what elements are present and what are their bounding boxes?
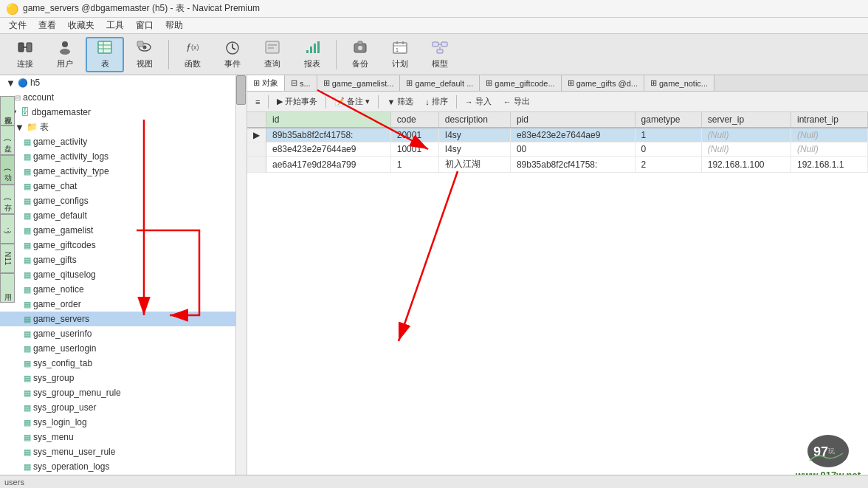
cell-gametype-2[interactable]: 0: [635, 142, 701, 157]
cell-code-3[interactable]: 1: [390, 157, 438, 173]
note-btn[interactable]: 📝 备注 ▾: [329, 94, 375, 110]
menu-file[interactable]: 文件: [3, 18, 32, 33]
tree-item-game_configs[interactable]: ▦ game_configs: [0, 193, 235, 208]
tree-item-sys_config_tab[interactable]: ▦ sys_config_tab: [0, 356, 235, 371]
tab-game-gamelist[interactable]: ⊞ game_gamelist...: [317, 75, 401, 92]
edge-label-1[interactable]: 视库: [0, 96, 15, 126]
toolbar-query-btn[interactable]: 查询: [253, 37, 292, 72]
tree-item-h5[interactable]: ▼ 🔵 h5: [0, 75, 235, 90]
toolbar-report-btn[interactable]: 报表: [293, 37, 331, 72]
edge-label-3[interactable]: 动(: [0, 155, 15, 185]
tab-s[interactable]: ⊟ s...: [285, 75, 317, 92]
tree-item-sys_group[interactable]: ▦ sys_group: [0, 371, 235, 385]
tree-item-sys_group_user[interactable]: ▦ sys_group_user: [0, 400, 235, 415]
cell-pid-3[interactable]: 89b35ab8f2cf41758:: [510, 157, 635, 173]
table-row[interactable]: ▶ 89b35ab8f2cf41758: 20001 I4sy e83e423e…: [247, 128, 868, 142]
toolbar-view-btn[interactable]: 视图: [125, 37, 164, 72]
menu-favorites[interactable]: 收藏夹: [62, 18, 100, 33]
data-table-container[interactable]: id code description pid gametype server_…: [247, 112, 868, 488]
cell-intranet_ip-1[interactable]: (Null): [790, 128, 867, 142]
edge-label-6[interactable]: N11: [0, 244, 15, 273]
tree-item-game_servers[interactable]: ▦ game_servers: [0, 312, 235, 326]
tree-item-game_default[interactable]: ▦ game_default: [0, 208, 235, 223]
cell-id-2[interactable]: e83e423e2e7644ae9: [266, 142, 391, 157]
cell-intranet_ip-2[interactable]: (Null): [790, 142, 867, 157]
tree-item-game_userinfo[interactable]: ▦ game_userinfo: [0, 326, 235, 341]
tree-item-game_notice[interactable]: ▦ game_notice: [0, 282, 235, 297]
tree-item-game_gifts[interactable]: ▦ game_gifts: [0, 252, 235, 267]
tree-item-game_qituselog[interactable]: ▦ game_qituselog: [0, 267, 235, 282]
cell-gametype-3[interactable]: 2: [635, 157, 701, 173]
cell-description-1[interactable]: I4sy: [438, 128, 510, 142]
edge-label-4[interactable]: 存(: [0, 185, 15, 214]
th-pid[interactable]: pid: [510, 112, 635, 128]
cell-pid-2[interactable]: 00: [510, 142, 635, 157]
th-code[interactable]: code: [390, 112, 438, 128]
table-row[interactable]: ae6a417e9d284a799 1 初入江湖 89b35ab8f2cf417…: [247, 157, 868, 173]
export-btn[interactable]: ← 导出: [498, 94, 535, 110]
menu-window[interactable]: 窗口: [130, 18, 159, 33]
tab-game-giftcode[interactable]: ⊞ game_giftcode...: [480, 75, 561, 92]
cell-description-3[interactable]: 初入江湖: [438, 157, 510, 173]
toolbar-event-btn[interactable]: 事件: [213, 37, 252, 72]
th-server_ip[interactable]: server_ip: [701, 112, 790, 128]
tree-scrollbar-thumb[interactable]: [236, 75, 246, 105]
tree-item-sys_operation_logs[interactable]: ▦ sys_operation_logs: [0, 459, 235, 474]
tree-item-sys_login_log[interactable]: ▦ sys_login_log: [0, 415, 235, 430]
toolbar-model-btn[interactable]: 模型: [421, 37, 459, 72]
tab-game-notice[interactable]: ⊞ game_notic...: [644, 75, 714, 92]
th-id[interactable]: id: [266, 112, 391, 128]
cell-pid-1[interactable]: e83e423e2e7644ae9: [510, 128, 635, 142]
toolbar-table-btn[interactable]: 表: [86, 37, 124, 72]
menu-tools[interactable]: 工具: [100, 18, 130, 33]
table-row[interactable]: e83e423e2e7644ae9 10001 I4sy 00 0 (Null)…: [247, 142, 868, 157]
tree-item-game_activity_type[interactable]: ▦ game_activity_type: [0, 164, 235, 179]
cell-gametype-1[interactable]: 1: [635, 128, 701, 142]
begin-tx-btn[interactable]: ▶ 开始事务: [272, 94, 323, 110]
tree-item-game_order[interactable]: ▦ game_order: [0, 297, 235, 312]
filter-btn[interactable]: ▼ 筛选: [382, 94, 418, 110]
tab-game-gifts[interactable]: ⊞ game_gifts @d...: [562, 75, 644, 92]
cell-server_ip-2[interactable]: (Null): [701, 142, 790, 157]
toolbar-backup-btn[interactable]: 备份: [341, 37, 379, 72]
tab-game-default[interactable]: ⊞ game_default ...: [400, 75, 480, 92]
th-intranet_ip[interactable]: intranet_ip: [790, 112, 867, 128]
edge-label-2[interactable]: 盘(: [0, 126, 15, 155]
tree-item-tables-folder[interactable]: ▼ 📁 表: [0, 120, 235, 134]
import-btn[interactable]: → 导入: [460, 94, 497, 110]
toolbar-schedule-btn[interactable]: 1 计划: [381, 37, 419, 72]
cell-id-3[interactable]: ae6a417e9d284a799: [266, 157, 391, 173]
menu-help[interactable]: 帮助: [159, 18, 189, 33]
menu-btn[interactable]: ≡: [250, 94, 265, 110]
tab-object[interactable]: ⊞ 对象: [247, 75, 285, 92]
edge-label-7[interactable]: 用: [0, 273, 15, 303]
sort-btn[interactable]: ↓ 排序: [420, 94, 453, 110]
menu-view[interactable]: 查看: [32, 18, 62, 33]
toolbar-function-btn[interactable]: f(x) 函数: [173, 37, 212, 72]
tree-item-game_activity_logs[interactable]: ▦ game_activity_logs: [0, 149, 235, 164]
cell-server_ip-3[interactable]: 192.168.1.100: [701, 157, 790, 173]
tree-item-game_chat[interactable]: ▦ game_chat: [0, 179, 235, 193]
tree-item-account[interactable]: ⊟ account: [0, 90, 235, 105]
tree-container[interactable]: ▼ 🔵 h5 ⊟ account ▼ 🗄 dbgamemaster: [0, 75, 235, 488]
tree-item-game_gamelist[interactable]: ▦ game_gamelist: [0, 223, 235, 238]
cell-server_ip-1[interactable]: (Null): [701, 128, 790, 142]
tree-item-game_userlogin[interactable]: ▦ game_userlogin: [0, 341, 235, 356]
tree-item-game_activity[interactable]: ▦ game_activity: [0, 134, 235, 149]
cell-description-2[interactable]: I4sy: [438, 142, 510, 157]
tree-item-sys_menu_user_rule[interactable]: ▦ sys_menu_user_rule: [0, 444, 235, 459]
toolbar-user-btn[interactable]: 用户: [46, 37, 84, 72]
cell-intranet_ip-3[interactable]: 192.168.1.1: [790, 157, 867, 173]
cell-code-1[interactable]: 20001: [390, 128, 438, 142]
tree-scrollbar[interactable]: [235, 75, 247, 488]
th-gametype[interactable]: gametype: [635, 112, 701, 128]
tree-item-sys_menu[interactable]: ▦ sys_menu: [0, 430, 235, 444]
toolbar-connect-btn[interactable]: 连接: [6, 37, 44, 72]
th-description[interactable]: description: [438, 112, 510, 128]
cell-id-1[interactable]: 89b35ab8f2cf41758:: [266, 128, 391, 142]
cell-code-2[interactable]: 10001: [390, 142, 438, 157]
tree-item-game_giftcodes[interactable]: ▦ game_giftcodes: [0, 238, 235, 252]
edge-label-5[interactable]: ：): [0, 214, 15, 244]
tree-item-dbgamemaster[interactable]: ▼ 🗄 dbgamemaster: [0, 105, 235, 120]
tree-item-sys_group_menu_rule[interactable]: ▦ sys_group_menu_rule: [0, 385, 235, 400]
